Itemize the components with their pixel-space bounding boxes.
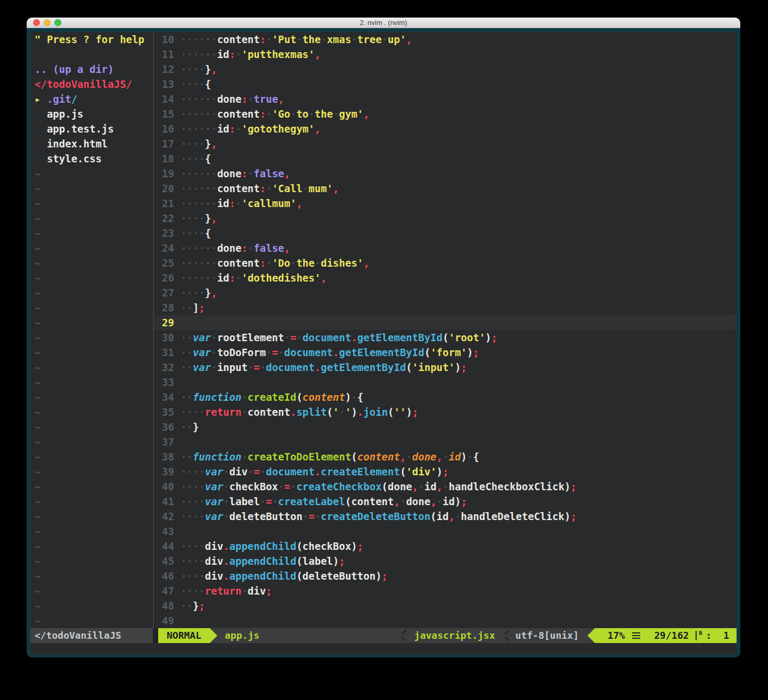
minimize-button[interactable] [44,19,51,26]
code-line[interactable]: 22····}, [154,211,737,226]
code-line[interactable]: 27····}, [154,285,737,300]
code-line[interactable]: 14······done:·true, [154,92,737,106]
code-line[interactable]: 40····var·checkBox·=·createCheckbox(done… [154,479,737,494]
code-token: ; [382,569,388,583]
code-line[interactable]: 35····return·content.split('·').join('')… [154,405,737,419]
zoom-button[interactable] [54,19,61,26]
whitespace-dots: · [266,345,272,360]
tree-token: app.test.js [35,121,114,136]
code-line[interactable]: 42····var·deleteButton·=·createDeleteBut… [154,509,737,524]
tree-line[interactable]: index.html [30,136,153,151]
code-line[interactable]: 30··var·rootElement·=·document.getElemen… [154,330,737,345]
whitespace-dots: · [400,494,406,509]
code-line[interactable]: 20······content:·'Call·mum', [154,181,737,196]
code-token: createToDoElement [248,449,351,464]
code-line[interactable]: 44····div.appendChild(checkBox); [154,539,737,554]
tilde-marker: ~ [35,345,40,360]
line-number: 42 [156,509,174,524]
whitespace-dots: ······ [181,47,217,62]
tilde-marker: ~ [35,554,40,569]
code-line[interactable]: 12····}, [154,62,737,77]
code-line[interactable]: 26······id:·'dothedishes', [154,270,737,285]
code-token: . [315,360,321,375]
code-token: ) [351,539,357,554]
code-line[interactable]: 38··function·createToDoElement(content,·… [154,449,737,464]
whitespace-dots: ······ [181,181,217,196]
code-line[interactable]: 11······id:·'putthexmas', [154,47,737,62]
code-token: xmas [327,32,352,47]
close-button[interactable] [33,19,40,26]
nerdtree-sidebar[interactable]: " Press ? for help.. (up a dir)</todoVan… [30,32,153,628]
code-token: content [351,494,394,509]
code-token: , [284,166,290,181]
tree-line[interactable]: ▸ .git/ [30,92,153,106]
code-token: ( [424,345,430,360]
code-line[interactable]: 17····}, [154,136,737,151]
code-line[interactable]: 21······id:·'callmum', [154,196,737,211]
code-line[interactable]: 28··]; [154,300,737,315]
tree-line[interactable]: .. (up a dir) [30,62,153,77]
whitespace-dots: · [260,464,266,479]
code-line[interactable]: 46····div.appendChild(deleteButton); [154,569,737,583]
titlebar[interactable]: 2. nvim . (nvim) [27,18,740,28]
command-line[interactable] [30,643,737,654]
empty-buffer-tilde: ~ [30,405,153,419]
code-line[interactable]: 33 [154,375,737,390]
code-line[interactable]: 25······content:·'Do·the·dishes', [154,256,737,270]
code-token: id [437,509,449,524]
code-line[interactable]: 10······content:·'Put·the·xmas·tree·up', [154,32,737,47]
whitespace-dots: · [260,494,266,509]
whitespace-dots: ···· [181,77,205,92]
whitespace-dots: · [290,106,296,121]
code-token: ( [430,509,436,524]
tilde-marker: ~ [35,241,40,256]
tree-line[interactable]: app.test.js [30,121,153,136]
code-line[interactable]: 23····{ [154,226,737,241]
code-token: content [217,32,260,47]
tree-line[interactable]: style.css [30,151,153,166]
code-token: : [230,121,235,136]
code-line[interactable]: 36··} [154,419,737,434]
code-line[interactable]: 32··var·input·=·document.getElementById(… [154,360,737,375]
code-line[interactable]: 47····return·div; [154,583,737,598]
code-line[interactable]: 13····{ [154,77,737,92]
empty-buffer-tilde: ~ [30,554,153,569]
code-line-cursor[interactable]: 29 [154,315,737,330]
code-line[interactable]: 49 [154,613,737,628]
code-buffer[interactable]: 10······content:·'Put·the·xmas·tree·up',… [154,32,737,628]
scroll-percent: 17% [608,628,625,643]
code-line[interactable]: 37 [154,434,737,449]
line-number: 15 [156,106,174,121]
code-line[interactable]: 39····var·div·=·document.createElement('… [154,464,737,479]
code-token: : [230,196,235,211]
code-line[interactable]: 16······id:·'gotothegym', [154,121,737,136]
whitespace-dots: · [266,256,272,270]
tree-token: style.css [35,151,102,166]
line-number: 43 [156,524,174,539]
empty-buffer-tilde: ~ [30,345,153,360]
code-line[interactable]: 15······content:·'Go·to·the·gym', [154,106,737,121]
code-line[interactable]: 41····var·label·=·createLabel(content,·d… [154,494,737,509]
code-line[interactable]: 18····{ [154,151,737,166]
tree-line[interactable]: app.js [30,106,153,121]
code-token: , [211,285,217,300]
tree-line[interactable]: </todoVanillaJS/ [30,77,153,92]
code-line[interactable]: 34··function·createId(content)·{ [154,390,737,405]
line-number: 39 [156,464,174,479]
code-token: ) [406,405,412,419]
tree-line[interactable]: " Press ? for help [30,32,153,47]
code-line[interactable]: 43 [154,524,737,539]
code-line[interactable]: 31··var·toDoForm·=·document.getElementBy… [154,345,737,360]
code-token: , [363,106,369,121]
whitespace-dots: ···· [181,583,205,598]
tree-token: .. (up a dir) [35,62,114,77]
code-line[interactable]: 19······done:·false, [154,166,737,181]
tilde-marker: ~ [35,211,40,226]
code-token: appendChild [230,539,297,554]
code-token: ) [375,569,381,583]
whitespace-dots: · [235,47,241,62]
code-line[interactable]: 45····div.appendChild(label); [154,554,737,569]
code-line[interactable]: 48··}; [154,598,737,613]
code-line[interactable]: 24······done:·false, [154,241,737,256]
whitespace-dots: · [248,166,254,181]
